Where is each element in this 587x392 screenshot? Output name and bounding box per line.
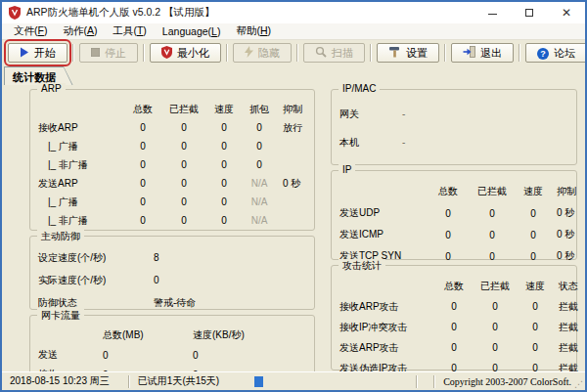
column-header: 抑制 — [551, 185, 576, 198]
magnifier-icon — [315, 46, 327, 60]
toolbar-button-label: 设置 — [406, 46, 428, 61]
cell-value: 0 — [469, 230, 516, 240]
menu-item-t[interactable]: 工具(T) — [105, 23, 154, 39]
toolbar-button-label: 扫描 — [332, 46, 353, 61]
right-column: IP/MAC 网关-本机- IP 总数已拦截速度抑制发送UDP0000 秒发送I… — [331, 89, 577, 375]
maximize-icon[interactable] — [511, 2, 548, 23]
toolbar-button-settings[interactable]: 设置 — [377, 43, 439, 63]
cell-value: 0 — [428, 208, 469, 219]
resize-grip-icon[interactable]: ⋰ — [574, 379, 583, 389]
cell-value: - — [396, 137, 572, 148]
status-datetime: 2018-08-15 10:23 周三 — [2, 372, 128, 390]
cell-extra: 0 秒 — [551, 206, 574, 220]
table-row: |_ 非广播0000 — [38, 155, 310, 174]
table-row: 发送ARP攻击000拦截 — [339, 337, 572, 358]
cell-value: 0 — [206, 122, 242, 133]
cell-value: 0 — [516, 251, 551, 262]
table-row: 接收ARP0000放行 — [38, 118, 310, 137]
toolbar-separator — [296, 44, 298, 62]
toolbar-button-stop[interactable]: 停止 — [79, 43, 138, 63]
menu-item-h[interactable]: 帮助(H) — [228, 23, 279, 39]
toolbar-button-exit[interactable]: 退出 — [451, 43, 514, 63]
ip-mac-group: IP/MAC 网关-本机- — [331, 89, 577, 165]
attack-stats-group: 攻击统计 总数已拦截速度状态接收ARP攻击000拦截接收IP冲突攻击000拦截发… — [331, 265, 577, 370]
left-column: ARP 总数已拦截速度抓包抑制接收ARP0000放行|_ 广播0000|_ 非广… — [29, 89, 315, 382]
ip-group-title: IP — [339, 164, 355, 175]
ip-group: IP 总数已拦截速度抑制发送UDP0000 秒发送ICMP0000 秒发送TCP… — [331, 170, 577, 260]
column-header: 已拦截 — [469, 185, 516, 198]
active-defense-group-title: 主动防御 — [37, 230, 84, 243]
row-label: 网关 — [339, 108, 396, 121]
toolbar-button-forum[interactable]: ?论坛 — [525, 43, 587, 63]
column-header: 速度 — [516, 185, 551, 198]
close-icon[interactable]: ✕ — [548, 2, 585, 23]
exit-door-icon — [463, 46, 475, 60]
status-bar: 2018-08-15 10:23 周三 已试用1天(共15天) Copyrigh… — [2, 371, 585, 390]
cell-value: 0 — [469, 251, 516, 262]
row-label: |_ 广播 — [38, 140, 124, 153]
minimize-icon[interactable] — [474, 2, 511, 23]
cell-value: 0 — [124, 196, 161, 207]
toolbar-button-label: 开始 — [34, 46, 56, 61]
cell-value: 0 — [428, 230, 469, 240]
cell-extra: 拦截 — [553, 341, 578, 355]
table-row: 发送ICMP0000 秒 — [339, 224, 572, 245]
cell-value: 0 — [206, 178, 242, 189]
toolbar-button-minimize[interactable]: 最小化 — [150, 43, 221, 63]
menu-item-a[interactable]: 动作(A) — [55, 23, 105, 39]
app-shield-icon — [161, 46, 172, 61]
cell-value: 0 — [206, 215, 242, 226]
cell-value: 警戒-待命 — [148, 296, 310, 310]
cell-value: 0 — [473, 301, 518, 312]
toolbar-button-scan[interactable]: 扫描 — [303, 43, 365, 63]
cell-extra: 0 秒 — [551, 249, 574, 263]
cell-value: 0 — [516, 208, 551, 219]
column-header: 总数 — [124, 103, 161, 116]
toolbar-button-label: 停止 — [105, 46, 126, 61]
statistics-page: ARP 总数已拦截速度抓包抑制接收ARP0000放行|_ 广播0000|_ 非广… — [2, 85, 585, 371]
table-row: 本机- — [339, 128, 572, 156]
table-row: |_ 广播0000 — [38, 137, 310, 155]
column-header: 总数 — [435, 280, 473, 293]
status-empty — [418, 372, 433, 390]
cell-value: 0 — [435, 301, 473, 312]
column-header: 速度(KB/秒) — [193, 328, 310, 342]
column-header: 状态 — [553, 280, 578, 293]
row-label: 防御状态 — [38, 296, 148, 310]
column-header: 速度 — [206, 103, 242, 116]
cell-value: 0 — [161, 196, 206, 207]
cell-value: 0 — [161, 215, 206, 226]
cell-value: 0 — [206, 141, 242, 152]
cell-value: 0 — [242, 141, 277, 152]
cell-value: 0 — [148, 275, 310, 285]
cell-extra: 0 秒 — [551, 228, 574, 241]
table-row: 发送UDP0000 秒 — [339, 202, 572, 224]
nic-traffic-group-title: 网卡流量 — [37, 309, 84, 323]
row-label: |_ 非广播 — [38, 214, 124, 228]
cell-value: 0 — [206, 196, 242, 207]
toolbar: 开始停止最小化隐藏扫描设置退出?论坛 — [2, 40, 585, 65]
column-header: 总数(MB) — [103, 328, 193, 342]
toolbar-button-hide[interactable]: 隐藏 — [233, 43, 292, 63]
column-header: 已拦截 — [161, 103, 206, 116]
stop-icon — [91, 47, 100, 59]
toolbar-separator — [143, 44, 145, 62]
row-label: 接收ARP攻击 — [339, 300, 435, 314]
hammer-icon — [388, 46, 401, 60]
cell-value: N/A — [242, 215, 277, 226]
cell-value: 0 — [206, 159, 242, 170]
table-row: 实际速度(个/秒)0 — [38, 269, 310, 291]
ip-mac-group-title: IP/MAC — [339, 83, 380, 94]
menu-item-l[interactable]: Language(L) — [155, 24, 229, 38]
toolbar-separator — [226, 44, 228, 62]
menu-item-f[interactable]: 文件(F) — [6, 23, 55, 39]
attack-stats-group-title: 攻击统计 — [339, 259, 385, 273]
column-header: 已拦截 — [473, 280, 518, 293]
toolbar-button-start[interactable]: 开始 — [8, 43, 68, 63]
play-icon — [20, 47, 29, 60]
table-row: 接收IP冲突攻击000拦截 — [339, 317, 572, 337]
nic-traffic-group: 网卡流量 总数(MB)速度(KB/秒)发送00接收00 — [29, 315, 315, 377]
status-trial: 已试用1天(共15天) — [130, 372, 416, 390]
question-icon: ? — [537, 47, 549, 60]
app-window: ARP防火墙单机个人版 v5.0.2 【试用版】 ✕ 文件(F)动作(A)工具(… — [0, 0, 587, 392]
